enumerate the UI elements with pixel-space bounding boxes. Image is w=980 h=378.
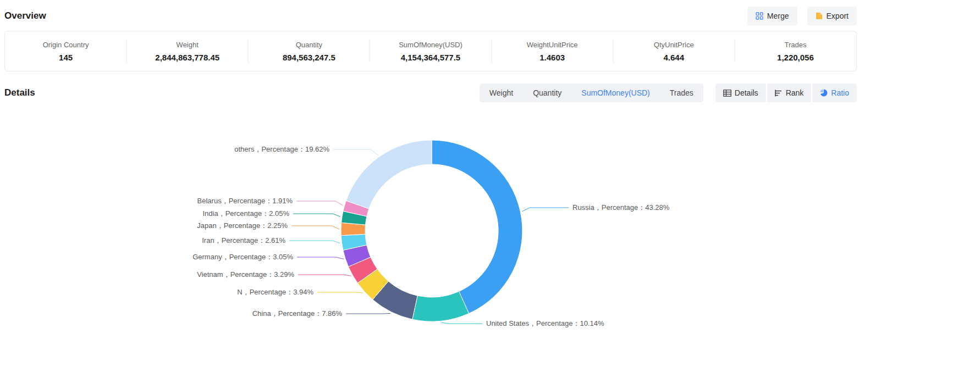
stat-weight: Weight2,844,863,778.45 — [126, 41, 248, 62]
view-button-label: Ratio — [831, 88, 849, 97]
pie-leader-line-belarus — [296, 201, 343, 205]
tab-sumofmoney-usd[interactable]: SumOfMoney(USD) — [571, 84, 659, 102]
merge-button-label: Merge — [767, 12, 789, 20]
pie-leader-line-india — [293, 214, 340, 216]
stat-qtyunitprice: QtyUnitPrice4.644 — [613, 41, 735, 62]
pie-leader-line-united-states — [441, 323, 482, 324]
rank-view-button[interactable]: Rank — [766, 84, 812, 102]
stat-label: Trades — [735, 41, 856, 49]
stat-value: 4,154,364,577.5 — [370, 53, 491, 62]
stat-label: Origin Country — [5, 41, 126, 49]
pie-label-russia: Russia，Percentage：43.28% — [572, 203, 670, 212]
merge-icon — [756, 12, 763, 20]
pie-leader-line-iran — [289, 241, 340, 243]
stat-quantity: Quantity894,563,247.5 — [248, 41, 370, 62]
pie-leader-line-russia — [522, 208, 569, 212]
pie-label-india: India，Percentage：2.05% — [202, 209, 289, 218]
overview-stats-panel: Origin Country145Weight2,844,863,778.45Q… — [4, 31, 857, 71]
export-icon — [816, 12, 823, 20]
header-actions: Merge Export — [747, 7, 857, 25]
pie-label-vietnam: Vietnam，Percentage：3.29% — [197, 270, 294, 279]
stat-value: 2,844,863,778.45 — [126, 53, 248, 62]
pie-label-japan: Japan，Percentage：2.25% — [197, 221, 288, 230]
view-button-label: Details — [735, 88, 758, 97]
tab-trades[interactable]: Trades — [660, 84, 703, 102]
stat-value: 4.644 — [613, 53, 735, 62]
overview-header: Overview Merge Export — [0, 0, 861, 31]
pie-label-belarus: Belarus，Percentage：1.91% — [197, 197, 293, 205]
stat-origin-country: Origin Country145 — [5, 41, 126, 62]
pie-leader-line-china — [346, 313, 390, 314]
page-title: Overview — [4, 10, 46, 21]
ratio-view-button[interactable]: Ratio — [811, 84, 857, 102]
pie-leader-line-japan — [291, 226, 339, 229]
metric-tabs: WeightQuantitySumOfMoney(USD)Trades — [480, 84, 703, 102]
pie-leader-line-germany — [297, 257, 344, 259]
view-button-label: Rank — [786, 88, 804, 97]
stat-value: 1.4603 — [492, 53, 613, 62]
details-title: Details — [4, 87, 35, 98]
pie-leader-line-vietnam — [298, 275, 351, 276]
details-header: Details WeightQuantitySumOfMoney(USD)Tra… — [0, 84, 861, 102]
pie-label-united-states: United States，Percentage：10.14% — [486, 319, 604, 327]
stat-label: WeightUnitPrice — [492, 41, 613, 49]
stat-label: QtyUnitPrice — [613, 41, 735, 49]
details-icon — [723, 90, 731, 97]
pie-label-iran: Iran，Percentage：2.61% — [202, 236, 285, 244]
tab-weight[interactable]: Weight — [480, 84, 523, 102]
export-button-label: Export — [827, 12, 849, 20]
stat-sumofmoney-usd: SumOfMoney(USD)4,154,364,577.5 — [370, 41, 491, 62]
stat-trades: Trades1,220,056 — [735, 41, 856, 62]
stat-value: 894,563,247.5 — [248, 53, 370, 62]
export-button[interactable]: Export — [807, 7, 857, 25]
pie-label-china: China，Percentage：7.86% — [252, 309, 343, 318]
tab-quantity[interactable]: Quantity — [523, 84, 571, 102]
stat-label: Weight — [126, 41, 248, 49]
merge-button[interactable]: Merge — [747, 7, 797, 25]
pie-label-others: others，Percentage：19.62% — [234, 145, 329, 153]
page: Overview Merge Export Origin Country145W… — [0, 0, 861, 378]
stat-value: 145 — [5, 53, 126, 62]
stat-value: 1,220,056 — [735, 53, 856, 62]
pie-segment-others[interactable] — [346, 140, 432, 209]
pie-leader-line-n — [317, 292, 364, 293]
pie-label-germany: Germany，Percentage：3.05% — [192, 253, 293, 261]
stat-label: Quantity — [248, 41, 370, 49]
details-view-button[interactable]: Details — [715, 84, 766, 102]
stat-label: SumOfMoney(USD) — [370, 41, 491, 49]
stat-weightunitprice: WeightUnitPrice1.4603 — [492, 41, 613, 62]
pie-leader-line-others — [333, 149, 378, 155]
pie-segment-united-states[interactable] — [412, 291, 469, 321]
rank-icon — [775, 90, 783, 97]
ratio-icon — [820, 89, 828, 97]
pie-label-n: N，Percentage：3.94% — [237, 288, 313, 296]
pie-segment-russia[interactable] — [432, 140, 522, 314]
view-switcher: DetailsRankRatio — [715, 84, 857, 102]
